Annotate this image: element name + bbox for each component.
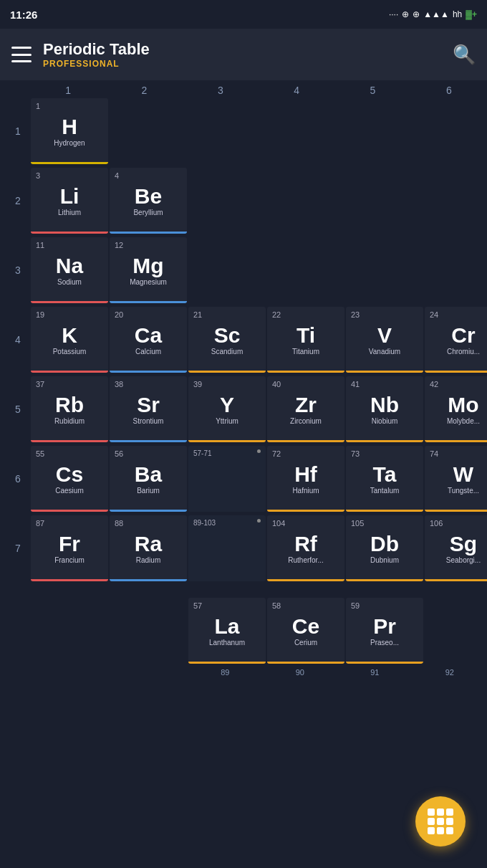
element-num-Ba: 56: [115, 449, 123, 458]
element-Sr[interactable]: 38 Sr Strontium: [110, 376, 187, 442]
element-Nb[interactable]: 41 Nb Niobium: [346, 376, 423, 442]
element-Rf[interactable]: 104 Rf Rutherfor...: [267, 515, 344, 581]
spacer-act-1: [31, 668, 108, 682]
element-Cs[interactable]: 55 Cs Caesium: [31, 446, 108, 512]
element-name-Cr: Chromiu...: [447, 348, 480, 356]
element-Ta[interactable]: 73 Ta Tantalum: [346, 446, 423, 512]
element-H[interactable]: 1 H Hydrogen: [31, 98, 108, 164]
element-name-Ca: Calcium: [135, 348, 161, 356]
element-name-Mg: Magnesium: [130, 278, 167, 286]
element-Mo[interactable]: 42 Mo Molybde...: [425, 376, 487, 442]
element-symbol-Cr: Cr: [451, 325, 475, 346]
fab-dot-6: [446, 818, 453, 825]
column-headers: 1 2 3 4 5 6: [0, 80, 487, 96]
element-num-Ce: 58: [272, 601, 281, 610]
element-underline-Nb: [346, 440, 423, 442]
element-Pr[interactable]: 59 Pr Praseo...: [346, 598, 423, 664]
element-symbol-Ti: Ti: [296, 325, 315, 346]
element-num-Mg: 12: [115, 241, 123, 249]
element-symbol-Ba: Ba: [135, 464, 162, 485]
element-Na[interactable]: 11 Na Sodium: [31, 237, 108, 303]
row-num-6: 6: [6, 473, 30, 485]
element-num-Db: 105: [351, 519, 364, 528]
element-Be[interactable]: 4 Be Beryllium: [110, 168, 187, 234]
element-Zr[interactable]: 40 Zr Zirconium: [267, 376, 344, 442]
element-symbol-Ce: Ce: [292, 616, 319, 637]
element-Mg[interactable]: 12 Mg Magnesium: [110, 237, 187, 303]
fab-grid-button[interactable]: [415, 796, 466, 846]
element-underline-Y: [188, 440, 266, 442]
element-name-K: Potassium: [53, 348, 87, 356]
period-row-3: 3 11 Na Sodium 12 Mg Magnesium: [6, 237, 487, 304]
element-Ba[interactable]: 56 Ba Barium: [110, 446, 187, 512]
search-button[interactable]: 🔍: [453, 44, 476, 66]
element-La[interactable]: 57 La Lanthanum: [188, 598, 266, 664]
element-name-Na: Sodium: [57, 278, 82, 286]
element-symbol-Db: Db: [370, 533, 399, 555]
period-row-4: 4 19 K Potassium 20 Ca Calcium 21 Sc Sca…: [6, 306, 487, 373]
element-num-Zr: 40: [272, 380, 281, 388]
row-num-7: 7: [6, 543, 30, 554]
element-name-Sr: Strontium: [133, 417, 164, 425]
element-underline-Fr: [31, 579, 108, 581]
element-name-La: Lanthanum: [209, 639, 245, 647]
element-num-Y: 39: [193, 380, 202, 388]
period-row-5: 5 37 Rb Rubidium 38 Sr Strontium 39 Y Yt…: [6, 376, 487, 443]
element-symbol-Be: Be: [135, 186, 162, 207]
element-Y[interactable]: 39 Y Yttrium: [188, 376, 266, 442]
element-Cr[interactable]: 24 Cr Chromiu...: [425, 307, 487, 373]
element-symbol-Sc: Sc: [214, 325, 241, 346]
element-num-Sr: 38: [115, 380, 123, 388]
element-Ra[interactable]: 88 Ra Radium: [110, 515, 187, 581]
element-symbol-Zr: Zr: [295, 394, 317, 416]
actinide-row-nums: 89 90 91 92: [6, 667, 487, 683]
element-Fr[interactable]: 87 Fr Francium: [31, 515, 108, 581]
wifi-icon: ⊕: [413, 9, 420, 19]
element-name-H: Hydrogen: [54, 139, 85, 147]
actinide-num-90: 90: [263, 668, 338, 682]
element-symbol-V: V: [377, 325, 392, 346]
element-num-La: 57: [193, 601, 202, 610]
element-W[interactable]: 74 W Tungste...: [425, 446, 487, 512]
fab-dot-3: [446, 809, 453, 816]
element-Ti[interactable]: 22 Ti Titanium: [267, 307, 344, 373]
element-underline-Sc: [188, 371, 266, 373]
element-num-Ra: 88: [115, 519, 123, 528]
element-Li[interactable]: 3 Li Lithium: [31, 168, 108, 234]
element-num-Ta: 73: [351, 449, 360, 458]
element-underline-Na: [31, 301, 108, 303]
element-symbol-H: H: [62, 116, 77, 138]
fab-dot-9: [446, 827, 453, 834]
app-title: Periodic Table: [43, 40, 150, 59]
element-Rb[interactable]: 37 Rb Rubidium: [31, 376, 108, 442]
actinide-num-92: 92: [413, 668, 488, 682]
element-K[interactable]: 19 K Potassium: [31, 307, 108, 373]
period-row-2: 2 3 Li Lithium 4 Be Beryllium: [6, 167, 487, 234]
element-underline-Ba: [110, 510, 187, 512]
header-title-block: Periodic Table PROFESSIONAL: [43, 40, 150, 69]
element-underline-Db: [346, 579, 423, 581]
element-Sg[interactable]: 106 Sg Seaborgi...: [425, 515, 487, 581]
element-symbol-Cs: Cs: [56, 464, 83, 485]
element-num-Rf: 104: [272, 519, 285, 528]
range-89-103[interactable]: 89-103: [188, 515, 266, 581]
period-row-1: 1 1 H Hydrogen: [6, 97, 487, 165]
element-Ca[interactable]: 20 Ca Calcium: [110, 307, 187, 373]
element-underline-W: [425, 510, 487, 512]
element-Hf[interactable]: 72 Hf Hafnium: [267, 446, 344, 512]
element-underline-Rf: [267, 579, 344, 581]
element-V[interactable]: 23 V Vanadium: [346, 307, 423, 373]
row-num-4: 4: [6, 334, 30, 345]
element-name-Hf: Hafnium: [292, 487, 319, 495]
element-underline-La: [188, 662, 266, 664]
element-name-Rb: Rubidium: [54, 417, 85, 425]
element-Ce[interactable]: 58 Ce Cerium: [267, 598, 344, 664]
period-row-7: 7 87 Fr Francium 88 Ra Radium 89-103 104: [6, 515, 487, 582]
element-Db[interactable]: 105 Db Dubnium: [346, 515, 423, 581]
element-underline-Ti: [267, 371, 344, 373]
element-num-Be: 4: [115, 171, 119, 180]
hamburger-menu-button[interactable]: [11, 47, 32, 62]
element-Sc[interactable]: 21 Sc Scandium: [188, 307, 266, 373]
element-symbol-Ra: Ra: [135, 533, 162, 555]
range-57-71[interactable]: 57-71: [188, 446, 266, 512]
